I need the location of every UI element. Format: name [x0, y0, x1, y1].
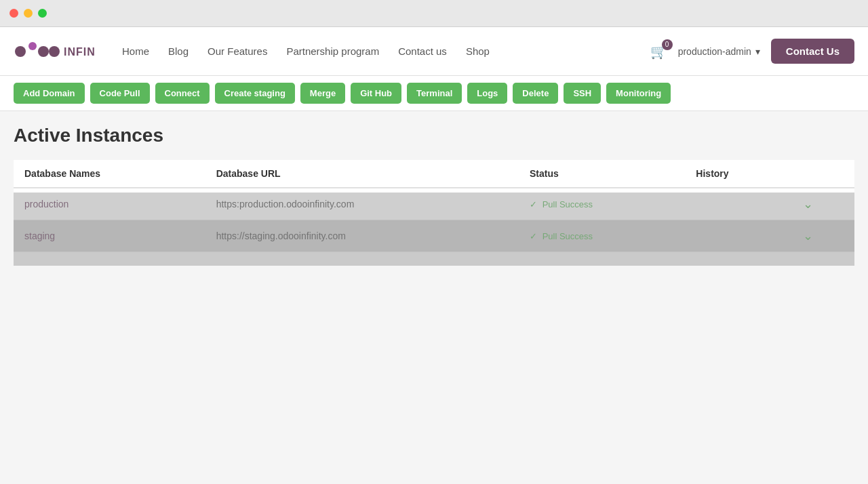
chevron-down-icon-staging[interactable]: ⌄: [803, 229, 813, 243]
status-text-staging: Pull Success: [542, 231, 593, 241]
db-history-staging: [685, 220, 791, 252]
status-badge-production: ✓ Pull Success: [530, 199, 593, 209]
instances-table: Database Names Database URL Status Histo…: [14, 160, 854, 252]
user-dropdown[interactable]: production-admin ▾: [678, 46, 760, 57]
table-header-row: Database Names Database URL Status Histo…: [14, 160, 854, 188]
table-row: staging https://staging.odooinfinity.com…: [14, 220, 854, 252]
code-pull-button[interactable]: Code Pull: [90, 83, 150, 104]
add-domain-button[interactable]: Add Domain: [14, 83, 85, 104]
merge-button[interactable]: Merge: [300, 83, 345, 104]
main-content: Active Instances Database Names Database…: [0, 111, 868, 266]
col-actions: [792, 160, 854, 188]
page-title: Active Instances: [14, 125, 854, 146]
svg-point-3: [49, 46, 60, 57]
db-status-staging: ✓ Pull Success: [519, 220, 685, 252]
nav-features[interactable]: Our Features: [208, 45, 267, 57]
db-url-staging: https://staging.odooinfinity.com: [205, 220, 519, 252]
status-text-production: Pull Success: [542, 199, 593, 209]
db-chevron-production[interactable]: ⌄: [792, 188, 854, 220]
table-wrapper: Database Names Database URL Status Histo…: [14, 160, 854, 252]
db-name-link-staging[interactable]: staging: [24, 230, 55, 241]
window-chrome: [0, 0, 868, 27]
terminal-button[interactable]: Terminal: [407, 83, 462, 104]
svg-text:INFINITY: INFINITY: [64, 46, 95, 58]
user-label: production-admin: [678, 46, 751, 57]
logo[interactable]: INFINITY: [14, 39, 95, 64]
cart-badge: 0: [662, 39, 673, 50]
git-hub-button[interactable]: Git Hub: [351, 83, 401, 104]
db-url-production: https:production.odooinfinity.com: [205, 188, 519, 220]
svg-point-0: [15, 46, 26, 57]
db-name-staging[interactable]: staging: [14, 220, 205, 252]
minimize-button[interactable]: [24, 9, 33, 18]
nav-contact[interactable]: Contact us: [398, 45, 447, 57]
create-staging-button[interactable]: Create staging: [215, 83, 295, 104]
cart-icon[interactable]: 🛒 0: [650, 43, 667, 60]
col-history: History: [685, 160, 791, 188]
nav-blog[interactable]: Blog: [168, 45, 189, 57]
nav-home[interactable]: Home: [122, 45, 149, 57]
nav-links: Home Blog Our Features Partnership progr…: [122, 45, 650, 57]
navbar: INFINITY Home Blog Our Features Partners…: [0, 27, 868, 76]
connect-button[interactable]: Connect: [155, 83, 210, 104]
nav-partnership[interactable]: Partnership program: [286, 45, 379, 57]
svg-point-1: [28, 42, 37, 50]
logs-button[interactable]: Logs: [467, 83, 507, 104]
delete-button[interactable]: Delete: [513, 83, 558, 104]
status-badge-staging: ✓ Pull Success: [530, 231, 593, 241]
close-button[interactable]: [9, 9, 18, 18]
chevron-down-icon: ▾: [755, 46, 760, 57]
db-name-production[interactable]: production: [14, 188, 205, 220]
col-db-names: Database Names: [14, 160, 205, 188]
toolbar: Add Domain Code Pull Connect Create stag…: [0, 76, 868, 111]
db-status-production: ✓ Pull Success: [519, 188, 685, 220]
table-row: production https:production.odooinfinity…: [14, 188, 854, 220]
ssh-button[interactable]: SSH: [564, 83, 601, 104]
nav-shop[interactable]: Shop: [466, 45, 490, 57]
col-status: Status: [519, 160, 685, 188]
col-db-url: Database URL: [205, 160, 519, 188]
check-icon-staging: ✓: [530, 231, 537, 241]
db-name-link-production[interactable]: production: [24, 199, 68, 209]
logo-svg: INFINITY: [14, 39, 95, 64]
monitoring-button[interactable]: Monitoring: [606, 83, 671, 104]
contact-us-button[interactable]: Contact Us: [771, 39, 854, 64]
db-chevron-staging[interactable]: ⌄: [792, 220, 854, 252]
check-icon: ✓: [530, 199, 537, 209]
chevron-down-icon[interactable]: ⌄: [803, 197, 813, 211]
svg-point-2: [38, 46, 49, 57]
db-history-production: [685, 188, 791, 220]
nav-right: 🛒 0 production-admin ▾ Contact Us: [650, 39, 854, 64]
maximize-button[interactable]: [38, 9, 47, 18]
